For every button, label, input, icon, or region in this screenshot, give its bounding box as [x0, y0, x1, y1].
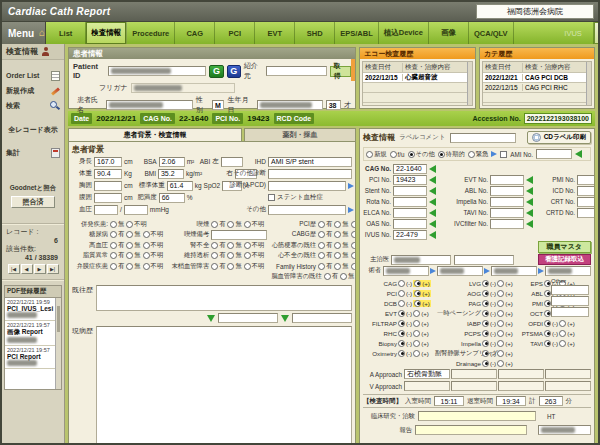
- no-field[interactable]: [393, 219, 427, 229]
- echo-scrollbar[interactable]: [467, 62, 472, 105]
- plus-radio[interactable]: [413, 320, 420, 327]
- history-row[interactable]: 2022/12/21CAG PCI DCB: [483, 73, 586, 83]
- no-field[interactable]: [490, 175, 524, 185]
- green-arrow-icon[interactable]: [526, 209, 533, 217]
- plus-radio[interactable]: [497, 360, 504, 367]
- chest-field[interactable]: [94, 181, 122, 191]
- radio-不明[interactable]: [351, 221, 356, 228]
- height-field[interactable]: 167.0: [94, 157, 122, 167]
- present-illness-textarea[interactable]: [96, 326, 352, 445]
- operator-field[interactable]: [383, 266, 429, 276]
- minus-radio[interactable]: [544, 340, 551, 347]
- other-proc-field[interactable]: [551, 296, 589, 306]
- radio-有[interactable]: [110, 252, 117, 259]
- matched-button[interactable]: 照合済: [11, 196, 55, 208]
- approach-field[interactable]: [498, 369, 544, 379]
- other-dx-field[interactable]: [268, 169, 352, 179]
- plus-radio[interactable]: [414, 290, 421, 297]
- no-field[interactable]: [490, 186, 524, 196]
- radio-有[interactable]: [110, 231, 117, 238]
- radio-不明[interactable]: [244, 252, 251, 259]
- radio-無[interactable]: [334, 231, 341, 238]
- status-radio-緊急[interactable]: [468, 151, 475, 158]
- minus-radio[interactable]: [544, 280, 551, 287]
- no-field[interactable]: [577, 175, 595, 185]
- bp-dia-field[interactable]: [124, 205, 148, 215]
- green-arrow-icon[interactable]: [575, 150, 582, 158]
- minus-radio[interactable]: [482, 330, 489, 337]
- radio-不明[interactable]: [143, 252, 150, 259]
- plus-radio[interactable]: [497, 350, 504, 357]
- clinical-research-field[interactable]: [418, 411, 536, 421]
- show-all-records-button[interactable]: 全レコード表示: [2, 123, 64, 137]
- menu-button[interactable]: Menu ⌂: [2, 22, 46, 44]
- no-field[interactable]: [393, 186, 427, 196]
- radio-有[interactable]: [318, 252, 325, 259]
- patient-panel-scrollbar[interactable]: [351, 59, 355, 81]
- green-down-arrow-icon[interactable]: [281, 315, 289, 322]
- green-arrow-icon[interactable]: [526, 198, 533, 206]
- entry-time-field[interactable]: 15:11: [434, 396, 464, 406]
- approach-field[interactable]: [545, 369, 591, 379]
- operator-arrow-icon[interactable]: [484, 268, 490, 274]
- history-textarea[interactable]: [96, 285, 352, 311]
- history-row[interactable]: [483, 93, 586, 103]
- radio-無[interactable]: [227, 252, 234, 259]
- radio-無[interactable]: [110, 221, 117, 228]
- green-arrow-icon[interactable]: [429, 220, 436, 228]
- minus-radio[interactable]: [398, 340, 405, 347]
- no-field[interactable]: [490, 197, 524, 207]
- tab--[interactable]: 画像: [429, 22, 469, 44]
- radio-無[interactable]: [334, 242, 341, 249]
- status-arrow-icon[interactable]: [491, 151, 497, 157]
- weight-field[interactable]: 90.4: [94, 169, 122, 179]
- green-arrow-icon[interactable]: [429, 176, 436, 184]
- radio-不明[interactable]: [143, 263, 150, 270]
- green-arrow-icon[interactable]: [526, 176, 533, 184]
- approach-field[interactable]: [451, 369, 497, 379]
- approach-field[interactable]: [404, 381, 450, 391]
- exit-time-field[interactable]: 19:34: [496, 396, 526, 406]
- operator-arrow-icon[interactable]: [430, 268, 436, 274]
- plus-radio[interactable]: [413, 340, 420, 347]
- plus-radio[interactable]: [414, 300, 421, 307]
- nurse-record-import-button[interactable]: 看護記録取込: [538, 254, 591, 265]
- radio-無[interactable]: [126, 252, 133, 259]
- status-radio-待期的[interactable]: [438, 151, 445, 158]
- no-field[interactable]: [490, 219, 524, 229]
- radio-無[interactable]: [126, 263, 133, 270]
- minus-radio[interactable]: [544, 290, 551, 297]
- waist-field[interactable]: [94, 193, 122, 203]
- tab-cag[interactable]: CAG: [175, 22, 215, 44]
- green-down-arrow-icon[interactable]: [207, 315, 215, 322]
- minus-radio[interactable]: [482, 310, 489, 317]
- minus-radio[interactable]: [482, 300, 489, 307]
- ihd-field[interactable]: AMI S/P stent: [268, 157, 352, 167]
- first-record-button[interactable]: |◀: [8, 264, 20, 274]
- report-field[interactable]: [415, 425, 527, 435]
- radio-不明[interactable]: [351, 242, 356, 249]
- goodnet-green-button[interactable]: G: [209, 65, 223, 78]
- approach-field[interactable]: [498, 381, 544, 391]
- tab--device[interactable]: 植込Device: [379, 22, 429, 44]
- plus-radio[interactable]: [497, 340, 504, 347]
- radio-有[interactable]: [110, 263, 117, 270]
- plus-radio[interactable]: [559, 320, 566, 327]
- radio-無[interactable]: [227, 221, 234, 228]
- history-select-2[interactable]: [292, 313, 352, 323]
- radio-無[interactable]: [227, 263, 234, 270]
- radio-不明[interactable]: [244, 242, 251, 249]
- tab-ivus[interactable]: IVUS: [554, 22, 594, 44]
- minus-radio[interactable]: [398, 320, 405, 327]
- minus-radio[interactable]: [544, 310, 551, 317]
- radio-有[interactable]: [318, 263, 325, 270]
- ami-no-field[interactable]: [536, 149, 572, 159]
- radio-無[interactable]: [334, 221, 341, 228]
- doctor-field-2[interactable]: [454, 255, 514, 265]
- ami-checkbox[interactable]: [500, 151, 507, 158]
- operator-field[interactable]: [545, 266, 591, 276]
- tab-shd[interactable]: SHD: [295, 22, 335, 44]
- plus-radio[interactable]: [497, 290, 504, 297]
- plus-radio[interactable]: [497, 330, 504, 337]
- minus-radio[interactable]: [482, 340, 489, 347]
